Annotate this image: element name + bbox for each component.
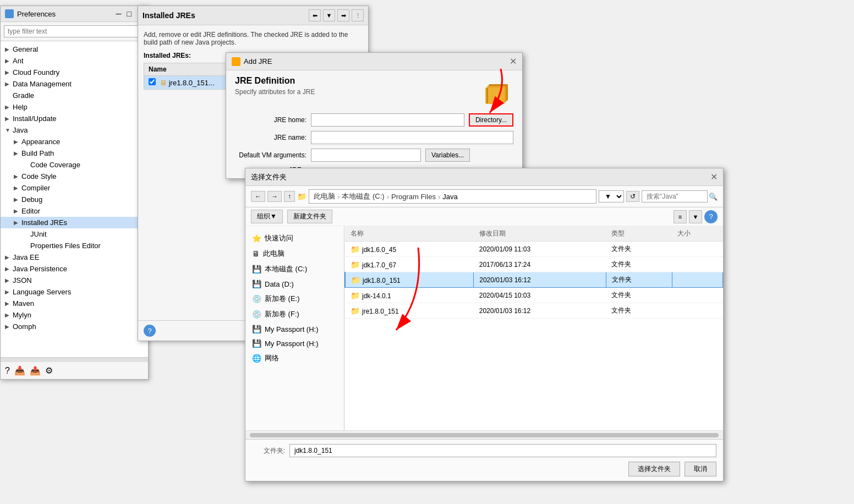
pref-settings-icon[interactable]: ⚙ [45, 365, 53, 376]
preferences-filter-container [1, 22, 148, 41]
fc-sidebar-item[interactable]: 💿 新加卷 (F:) [245, 306, 344, 322]
table-row[interactable]: 📁jdk1.7.0_67 2017/06/13 17:24 文件夹 [345, 257, 723, 272]
pref-import-icon[interactable]: 📥 [14, 365, 25, 376]
pref-tree-item-oomph[interactable]: ▶ Oomph [1, 321, 148, 332]
jre-name-label: JRE name: [235, 134, 306, 141]
fc-confirm-btn[interactable]: 选择文件夹 [628, 462, 680, 476]
table-row[interactable]: 📁jdk1.6.0_45 2020/01/09 11:03 文件夹 [345, 242, 723, 257]
pref-resize-bar[interactable] [1, 358, 148, 362]
pref-tree-item-cloud-foundry[interactable]: ▶ Cloud Foundry [1, 67, 148, 78]
pref-tree-item-json[interactable]: ▶ JSON [1, 275, 148, 286]
fc-scrollbar-thumb[interactable] [250, 433, 719, 437]
pref-tree-item-properties-files-editor[interactable]: Properties Files Editor [1, 240, 148, 251]
tree-item-label: Compiler [21, 184, 50, 192]
jre-name-input[interactable] [311, 131, 513, 144]
fc-titlebar: 选择文件夹 ✕ [245, 168, 723, 186]
pref-tree-item-java-ee[interactable]: ▶ Java EE [1, 251, 148, 263]
pref-tree-item-general[interactable]: ▶ General [1, 43, 148, 55]
fc-sidebar-item[interactable]: 💾 My Passport (H:) [245, 336, 344, 350]
fc-col-type[interactable]: 类型 [606, 226, 672, 242]
pref-tree-item-editor[interactable]: ▶ Editor [1, 205, 148, 217]
preferences-titlebar: Preferences ─ □ ✕ [1, 6, 148, 22]
fc-up-btn[interactable]: ↑ [284, 191, 295, 202]
pref-tree-item-java-persistence[interactable]: ▶ Java Persistence [1, 263, 148, 275]
preferences-filter-input[interactable] [4, 25, 145, 37]
fc-toolbar: 组织▼ 新建文件夹 ≡ ▼ ? [245, 207, 723, 226]
add-jre-close[interactable]: ✕ [510, 56, 517, 67]
default-vm-row: Default VM arguments: Variables... [235, 149, 513, 162]
fc-search-icon[interactable]: 🔍 [709, 193, 718, 201]
fc-list-view-btn[interactable]: ≡ [674, 210, 687, 223]
fc-organize-btn[interactable]: 组织▼ [251, 210, 283, 223]
pref-tree-item-installed-jres[interactable]: ▶ Installed JREs [1, 217, 148, 228]
fc-sidebar-item[interactable]: 💾 My Passport (H:) [245, 322, 344, 336]
fc-sidebar-item[interactable]: 🖥 此电脑 [245, 246, 344, 261]
fc-forward-btn[interactable]: → [267, 191, 282, 202]
fc-sidebar-item[interactable]: ⭐ 快速访问 [245, 231, 344, 246]
tree-item-arrow: ▶ [14, 208, 19, 214]
pref-tree-item-code-style[interactable]: ▶ Code Style [1, 171, 148, 182]
pref-tree-item-mylyn[interactable]: ▶ Mylyn [1, 309, 148, 321]
default-vm-input[interactable] [311, 149, 421, 162]
fc-col-name[interactable]: 名称 [345, 226, 474, 242]
fc-help-btn[interactable]: ? [704, 210, 718, 223]
file-type: 文件夹 [606, 257, 672, 272]
tree-item-arrow: ▶ [14, 173, 19, 179]
bc-computer[interactable]: 此电脑 [314, 191, 335, 201]
bc-program-files[interactable]: Program Files [391, 193, 436, 201]
pref-tree-item-ant[interactable]: ▶ Ant [1, 55, 148, 67]
toolbar-forward-btn[interactable]: ➡ [337, 9, 349, 21]
fc-search-input[interactable] [642, 190, 708, 202]
fc-col-size[interactable]: 大小 [672, 226, 723, 242]
fc-sidebar-item[interactable]: 🌐 网络 [245, 350, 344, 366]
pref-tree-item-gradle[interactable]: Gradle [1, 90, 148, 101]
fc-type-selector[interactable]: ▼ [599, 190, 624, 202]
fc-title: 选择文件夹 [251, 172, 287, 182]
table-row[interactable]: 📁jdk1.8.0_151 2020/01/03 16:12 文件夹 [345, 272, 723, 288]
fc-filename-input[interactable] [289, 444, 716, 457]
preferences-maximize[interactable]: □ [127, 9, 132, 18]
jre-home-input[interactable] [311, 113, 464, 127]
pref-tree-item-data-management[interactable]: ▶ Data Management [1, 78, 148, 90]
fc-sidebar-item[interactable]: 💾 本地磁盘 (C:) [245, 261, 344, 277]
pref-tree-item-language-servers[interactable]: ▶ Language Servers [1, 286, 148, 298]
fc-close-btn[interactable]: ✕ [710, 172, 718, 182]
fc-cancel-btn[interactable]: 取消 [685, 462, 716, 476]
jres-help-btn[interactable]: ? [144, 325, 156, 337]
fc-sidebar-icon: 💾 [252, 265, 261, 273]
fc-scrollbar[interactable] [245, 430, 723, 439]
fc-sidebar-item[interactable]: 💾 Data (D:) [245, 277, 344, 291]
pref-tree-item-junit[interactable]: JUnit [1, 228, 148, 240]
fc-refresh-btn[interactable]: ↺ [626, 191, 639, 202]
table-row[interactable]: 📁jdk-14.0.1 2020/04/15 10:03 文件夹 [345, 288, 723, 303]
preferences-minimize[interactable]: ─ [116, 9, 122, 18]
toolbar-dropdown-btn[interactable]: ▼ [323, 9, 335, 21]
pref-tree-item-appearance[interactable]: ▶ Appearance [1, 136, 148, 147]
fc-sidebar-item[interactable]: 💿 新加卷 (E:) [245, 291, 344, 306]
tree-item-arrow: ▶ [5, 104, 10, 110]
pref-tree-item-code-coverage[interactable]: Code Coverage [1, 159, 148, 171]
add-jre-dialog-title: JRE Definition [235, 76, 315, 86]
jre-checkbox[interactable] [149, 78, 156, 85]
toolbar-back-btn[interactable]: ⬅ [309, 9, 321, 21]
tree-item-arrow: ▶ [14, 196, 19, 202]
table-row[interactable]: 📁jre1.8.0_151 2020/01/03 16:12 文件夹 [345, 303, 723, 319]
toolbar-menu-btn[interactable]: ⋮ [352, 9, 364, 21]
pref-tree-item-debug[interactable]: ▶ Debug [1, 194, 148, 205]
pref-tree-item-install-update[interactable]: ▶ Install/Update [1, 113, 148, 124]
bc-java[interactable]: Java [442, 193, 457, 201]
pref-tree-item-maven[interactable]: ▶ Maven [1, 298, 148, 309]
bc-local[interactable]: 本地磁盘 (C:) [342, 191, 384, 201]
fc-view-dropdown-btn[interactable]: ▼ [689, 210, 702, 223]
fc-new-folder-btn[interactable]: 新建文件夹 [287, 210, 332, 223]
pref-tree-item-compiler[interactable]: ▶ Compiler [1, 182, 148, 194]
pref-tree-item-build-path[interactable]: ▶ Build Path [1, 147, 148, 159]
pref-tree-item-java[interactable]: ▼ Java [1, 124, 148, 136]
pref-export-icon[interactable]: 📤 [30, 365, 41, 376]
variables-btn[interactable]: Variables... [425, 149, 470, 162]
fc-col-date[interactable]: 修改日期 [474, 226, 606, 242]
fc-back-btn[interactable]: ← [251, 191, 265, 202]
directory-btn[interactable]: Directory... [469, 113, 513, 127]
pref-help-icon[interactable]: ? [5, 366, 10, 376]
pref-tree-item-help[interactable]: ▶ Help [1, 101, 148, 113]
